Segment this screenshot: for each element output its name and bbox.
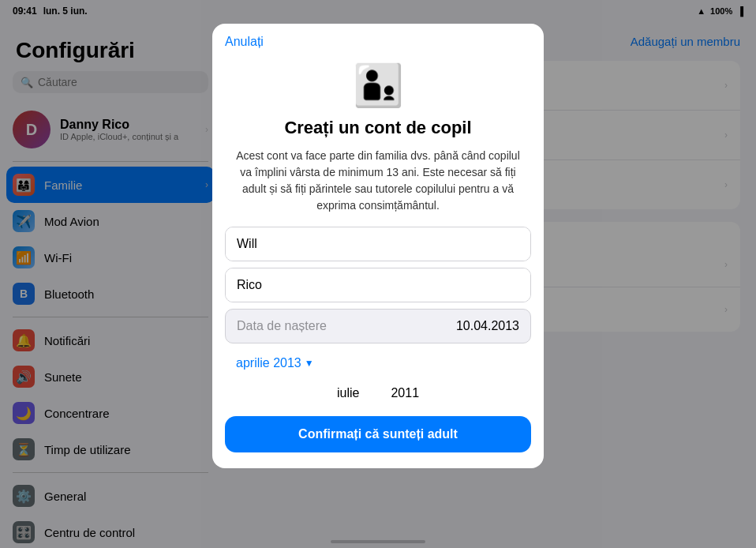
month-picker-label: aprilie 2013 [236,356,301,370]
dob-label: Data de naștere [237,319,456,333]
scroll-month-value: iulie [337,386,359,400]
modal-header: Anulați [212,24,544,49]
modal-create-child: Anulați 🧑‍🧒 Creați un cont de copil Aces… [212,24,544,468]
first-name-input[interactable] [226,227,530,261]
modal-form: Data de naștere 10.04.2013 aprilie 2013 … [212,227,544,416]
last-name-field[interactable] [225,268,531,302]
modal-description: Acest cont va face parte din familia dvs… [212,148,544,227]
modal-overlay[interactable]: Anulați 🧑‍🧒 Creați un cont de copil Aces… [0,0,756,548]
dob-value: 10.04.2013 [456,319,519,333]
date-scroll-year: 2011 [391,386,419,400]
confirm-adult-button[interactable]: Confirmați că sunteți adult [225,416,531,452]
scroll-year-value: 2011 [391,386,419,400]
dob-field[interactable]: Data de naștere 10.04.2013 [225,309,531,343]
month-picker[interactable]: aprilie 2013 ▼ [225,350,531,377]
modal-title: Creați un cont de copil [212,118,544,148]
modal-icon-container: 🧑‍🧒 [212,49,544,118]
first-name-field[interactable] [225,227,531,261]
modal-family-icon: 🧑‍🧒 [353,62,404,110]
last-name-input[interactable] [226,268,530,302]
date-scroll-month: iulie [337,386,359,400]
chevron-down-icon: ▼ [305,358,314,369]
date-scroll-container: iulie 2011 [225,377,531,416]
modal-cancel-button[interactable]: Anulați [225,35,264,49]
